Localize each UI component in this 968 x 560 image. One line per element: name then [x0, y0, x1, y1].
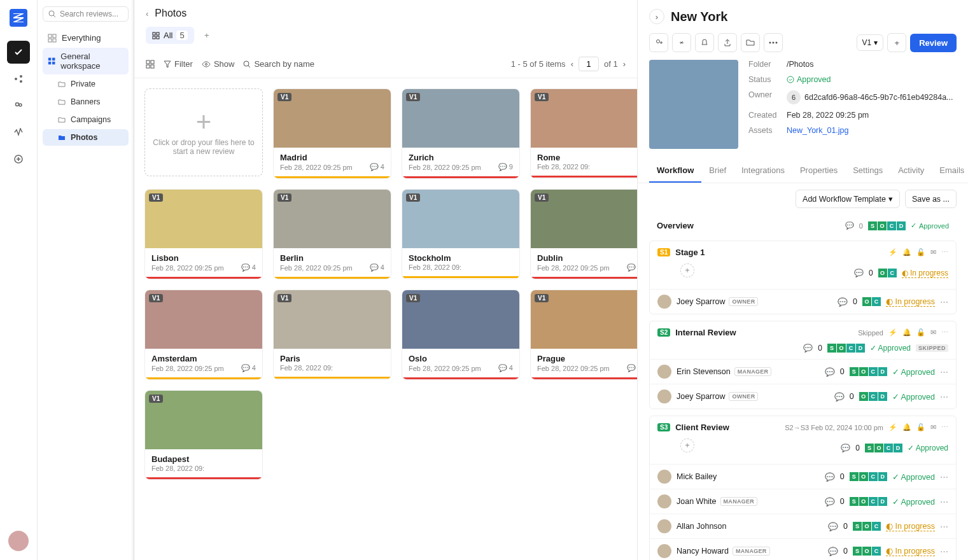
folder-value[interactable]: /Photos [787, 60, 813, 69]
search-input[interactable]: Search reviews... [43, 6, 129, 22]
user-avatar[interactable] [8, 531, 29, 551]
app-logo[interactable] [10, 9, 27, 27]
show-button[interactable]: Show [202, 59, 235, 69]
filter-button[interactable]: Filter [164, 59, 193, 69]
add-tab-button[interactable]: + [199, 28, 214, 43]
photo-card[interactable]: V1PragueFeb 28, 2022 09:25 pm💬 4 [530, 290, 637, 380]
more-icon[interactable]: ⋯ [940, 392, 948, 402]
more-icon[interactable]: ⋯ [940, 297, 948, 307]
sidebar-item-photos[interactable]: Photos [43, 129, 129, 146]
version-badge: V1 [406, 93, 420, 101]
panel-close-button[interactable]: › [649, 9, 664, 24]
stage-member: Joan WhiteMANAGER💬0SOCD✓ Approved⋯ [650, 489, 956, 514]
photo-card[interactable]: V1AmsterdamFeb 28, 2022 09:25 pm💬 4 [144, 290, 263, 380]
photo-card[interactable]: V1ParisFeb 28, 2022 09: [273, 290, 391, 380]
photo-card[interactable]: V1StockholmFeb 28, 2022 09: [402, 189, 520, 279]
tab-properties[interactable]: Properties [792, 159, 845, 183]
rail-add-icon[interactable] [7, 148, 30, 171]
photo-card[interactable]: V1LisbonFeb 28, 2022 09:25 pm💬 4 [144, 189, 263, 279]
add-version-button[interactable]: + [887, 33, 906, 52]
more-icon[interactable]: ⋯ [940, 472, 948, 482]
lightning-icon[interactable]: ⚡ [888, 328, 897, 337]
lightning-icon[interactable]: ⚡ [888, 423, 897, 431]
more-button[interactable] [764, 33, 783, 52]
tab-emails[interactable]: Emails [932, 159, 968, 183]
photo-card[interactable]: V1OsloFeb 28, 2022 09:25 pm💬 4 [402, 290, 520, 380]
add-user-button[interactable] [649, 33, 668, 52]
photo-card[interactable]: V1RomeFeb 28, 2022 09: [530, 88, 637, 179]
review-button[interactable]: Review [910, 34, 957, 52]
stage-member: Mick Bailey💬0SOCD✓ Approved⋯ [650, 464, 956, 489]
more-icon[interactable]: ⋯ [941, 248, 948, 256]
back-button[interactable]: ‹ [146, 9, 148, 18]
svg-point-2 [20, 80, 22, 83]
version-badge: V1 [535, 193, 549, 202]
share-icon [723, 38, 732, 47]
tab-settings[interactable]: Settings [845, 159, 890, 183]
sidebar-item-campaigns[interactable]: Campaigns [43, 111, 129, 128]
member-count: 0 [853, 297, 857, 306]
next-page[interactable]: › [623, 59, 626, 69]
add-member-button[interactable]: + [680, 263, 694, 277]
save-as-button[interactable]: Save as ... [905, 190, 957, 208]
tab-workflow[interactable]: Workflow [649, 159, 701, 183]
bell-icon[interactable]: 🔔 [902, 423, 911, 431]
version-select[interactable]: V1 ▾ [857, 34, 884, 51]
sidebar-item-banners[interactable]: Banners [43, 94, 129, 110]
prev-page[interactable]: ‹ [571, 59, 573, 69]
view-grid-button[interactable] [146, 60, 155, 69]
bell-icon[interactable]: 🔔 [902, 248, 911, 256]
lightning-icon[interactable]: ⚡ [888, 248, 897, 256]
add-workflow-template-button[interactable]: Add Workflow Template ▾ [796, 190, 900, 208]
lock-icon[interactable]: 🔓 [916, 423, 925, 431]
lock-icon[interactable]: 🔓 [916, 328, 925, 337]
notify-button[interactable] [695, 33, 714, 52]
share-button[interactable] [718, 33, 737, 52]
asset-link[interactable]: New_York_01.jpg [787, 126, 849, 135]
lock-icon[interactable]: 🔓 [916, 248, 925, 256]
more-icon[interactable]: ⋯ [941, 423, 948, 431]
member-status: ◐ In progress [886, 297, 935, 307]
page-input[interactable] [579, 57, 599, 71]
bell-icon[interactable]: 🔔 [902, 328, 911, 337]
more-icon[interactable]: ⋯ [941, 328, 948, 337]
sidebar-item-private[interactable]: Private [43, 76, 129, 92]
photo-card[interactable]: V1ZurichFeb 28, 2022 09:25 pm💬 9 [402, 88, 520, 179]
card-title: Rome [537, 153, 637, 162]
svg-rect-16 [157, 32, 159, 35]
more-icon[interactable]: ⋯ [940, 497, 948, 507]
tab-integrations[interactable]: Integrations [734, 159, 792, 183]
tab-all[interactable]: All 5 [146, 27, 194, 44]
stage-count: 0 [869, 269, 873, 277]
version-label: V1 [862, 38, 872, 47]
photo-card[interactable]: V1MadridFeb 28, 2022 09:25 pm💬 4 [273, 88, 391, 179]
send-icon[interactable]: ✉ [930, 423, 936, 431]
rail-share-icon[interactable] [7, 67, 30, 90]
rail-people-icon[interactable] [7, 94, 30, 117]
drop-zone[interactable]: + Click or drop your files here to start… [144, 88, 263, 176]
status-chips: OC [862, 297, 881, 306]
more-icon[interactable]: ⋯ [940, 367, 948, 377]
photo-card[interactable]: V1BerlinFeb 28, 2022 09:25 pm💬 4 [273, 189, 391, 279]
send-icon[interactable]: ✉ [930, 328, 936, 337]
photo-card[interactable]: V1DublinFeb 28, 2022 09:25 pm💬 4 [530, 189, 637, 279]
sidebar-everything[interactable]: Everything [43, 29, 129, 46]
rail-activity-icon[interactable] [7, 121, 30, 144]
tab-activity[interactable]: Activity [890, 159, 932, 183]
member-role: MANAGER [733, 547, 770, 556]
sidebar-workspace[interactable]: General workspace [43, 48, 129, 74]
folder-button[interactable] [741, 33, 760, 52]
send-icon[interactable]: ✉ [930, 248, 936, 256]
tab-brief[interactable]: Brief [701, 159, 734, 183]
thumbnail: V1 [274, 89, 391, 148]
add-member-button[interactable]: + [680, 438, 694, 452]
search-name-button[interactable]: Search by name [243, 59, 314, 69]
link-button[interactable] [672, 33, 691, 52]
more-icon[interactable]: ⋯ [940, 547, 948, 556]
more-icon[interactable]: ⋯ [940, 522, 948, 531]
stage-name: Stage 1 [675, 248, 705, 257]
rail-check-icon[interactable] [7, 41, 30, 64]
skipped-badge: SKIPPED [916, 344, 948, 352]
photo-card[interactable]: V1BudapestFeb 28, 2022 09: [144, 390, 263, 480]
svg-rect-9 [48, 39, 52, 42]
